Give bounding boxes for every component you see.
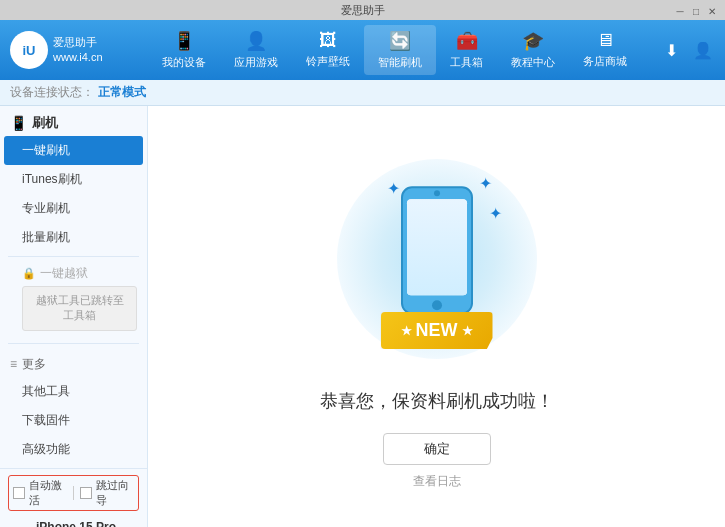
nav-my-device-label: 我的设备: [162, 55, 206, 70]
sidebar-item-itunes-flash[interactable]: iTunes刷机: [0, 165, 147, 194]
sidebar-section-flash: 📱 刷机: [0, 106, 147, 136]
success-message: 恭喜您，保资料刷机成功啦！: [320, 389, 554, 413]
sidebar-divider-1: [8, 256, 139, 257]
window-title-bar: 爱思助手: [6, 3, 719, 18]
svg-point-4: [434, 190, 440, 196]
logo-circle: iU: [10, 31, 48, 69]
svg-point-3: [432, 300, 442, 310]
maximize-button[interactable]: □: [689, 4, 703, 18]
more-title: 更多: [22, 356, 46, 373]
tutorial-icon: 🎓: [522, 30, 544, 52]
toolbox-icon: 🧰: [456, 30, 478, 52]
device-panel: 自动激活 跳过向导 📱 iPhone 15 Pro Max 512GB iPho…: [0, 468, 147, 527]
sidebar-item-batch-flash[interactable]: 批量刷机: [0, 223, 147, 252]
close-button[interactable]: ✕: [705, 4, 719, 18]
device-text: iPhone 15 Pro Max 512GB iPhone: [36, 520, 139, 527]
auto-check-row: 自动激活 跳过向导: [8, 475, 139, 511]
sidebar: 📱 刷机 一键刷机 iTunes刷机 专业刷机 批量刷机 🔒 一键越狱 越狱工具…: [0, 106, 148, 527]
jailbreak-notice: 越狱工具已跳转至工具箱: [22, 286, 137, 331]
nav-store-label: 务店商城: [583, 54, 627, 69]
minimize-button[interactable]: ─: [673, 4, 687, 18]
sidebar-item-advanced[interactable]: 高级功能: [0, 435, 147, 464]
sparkle-2: ✦: [479, 174, 492, 193]
device-info: 📱 iPhone 15 Pro Max 512GB iPhone: [8, 517, 139, 527]
new-badge-text: NEW: [416, 320, 458, 341]
nav-ringtone-label: 铃声壁纸: [306, 54, 350, 69]
flash-section-title: 刷机: [32, 114, 58, 132]
logo: iU 爱思助手 www.i4.cn: [10, 31, 130, 69]
sidebar-item-download-firmware[interactable]: 下载固件: [0, 406, 147, 435]
status-value: 正常模式: [98, 84, 146, 101]
status-bar: 设备连接状态： 正常模式: [0, 80, 725, 106]
sidebar-jailbreak-section: 🔒 一键越狱 越狱工具已跳转至工具箱: [0, 261, 147, 339]
sparkle-3: ✦: [489, 204, 502, 223]
logo-text: 爱思助手 www.i4.cn: [53, 35, 103, 66]
phone-svg: [397, 185, 477, 319]
nav-tutorial-label: 教程中心: [511, 55, 555, 70]
content-area: ✦ ✦ ✦: [148, 106, 725, 527]
auto-activate-checkbox[interactable]: [13, 487, 25, 499]
ringtone-icon: 🖼: [319, 30, 337, 51]
header-right: ⬇ 👤: [659, 38, 715, 62]
check-divider: [73, 486, 74, 500]
lock-icon: 🔒: [22, 267, 36, 280]
more-icon: ≡: [10, 357, 17, 371]
status-label: 设备连接状态：: [10, 84, 94, 101]
nav-ringtone[interactable]: 🖼 铃声壁纸: [292, 25, 364, 75]
logo-symbol: iU: [23, 43, 36, 58]
download-button[interactable]: ⬇: [659, 38, 683, 62]
skip-guide-checkbox[interactable]: [80, 487, 92, 499]
nav-smart-flash-label: 智能刷机: [378, 55, 422, 70]
store-icon: 🖥: [596, 30, 614, 51]
nav-store[interactable]: 🖥 务店商城: [569, 25, 641, 75]
phone-illustration: ✦ ✦ ✦: [327, 149, 547, 369]
nav-tutorial[interactable]: 🎓 教程中心: [497, 25, 569, 75]
auto-activate-label: 自动激活: [29, 478, 67, 508]
nav-smart-flash[interactable]: 🔄 智能刷机: [364, 25, 436, 75]
svg-rect-2: [407, 199, 467, 295]
nav-toolbox-label: 工具箱: [450, 55, 483, 70]
sparkle-1: ✦: [387, 179, 400, 198]
sidebar-more-header: ≡ 更多: [0, 348, 147, 377]
device-name: iPhone 15 Pro Max: [36, 520, 139, 527]
sidebar-divider-2: [8, 343, 139, 344]
nav-my-device[interactable]: 📱 我的设备: [148, 25, 220, 75]
sidebar-item-pro-flash[interactable]: 专业刷机: [0, 194, 147, 223]
nav-app-games[interactable]: 👤 应用游戏: [220, 25, 292, 75]
skip-guide-label: 跳过向导: [96, 478, 134, 508]
user-button[interactable]: 👤: [691, 38, 715, 62]
jailbreak-label-text: 一键越狱: [40, 265, 88, 282]
sidebar-item-other-tools[interactable]: 其他工具: [0, 377, 147, 406]
my-device-icon: 📱: [173, 30, 195, 52]
sidebar-item-one-key-flash[interactable]: 一键刷机: [4, 136, 143, 165]
nav-toolbox[interactable]: 🧰 工具箱: [436, 25, 497, 75]
smart-flash-icon: 🔄: [389, 30, 411, 52]
app-games-icon: 👤: [245, 30, 267, 52]
jailbreak-label: 🔒 一键越狱: [22, 265, 137, 282]
flash-section-icon: 📱: [10, 115, 27, 131]
nav-app-games-label: 应用游戏: [234, 55, 278, 70]
log-link[interactable]: 查看日志: [413, 473, 461, 490]
nav-bar: 📱 我的设备 👤 应用游戏 🖼 铃声壁纸 🔄 智能刷机 🧰 工具箱 🎓 教程中心…: [130, 25, 659, 75]
confirm-button[interactable]: 确定: [383, 433, 491, 465]
new-badge: NEW: [381, 312, 493, 349]
